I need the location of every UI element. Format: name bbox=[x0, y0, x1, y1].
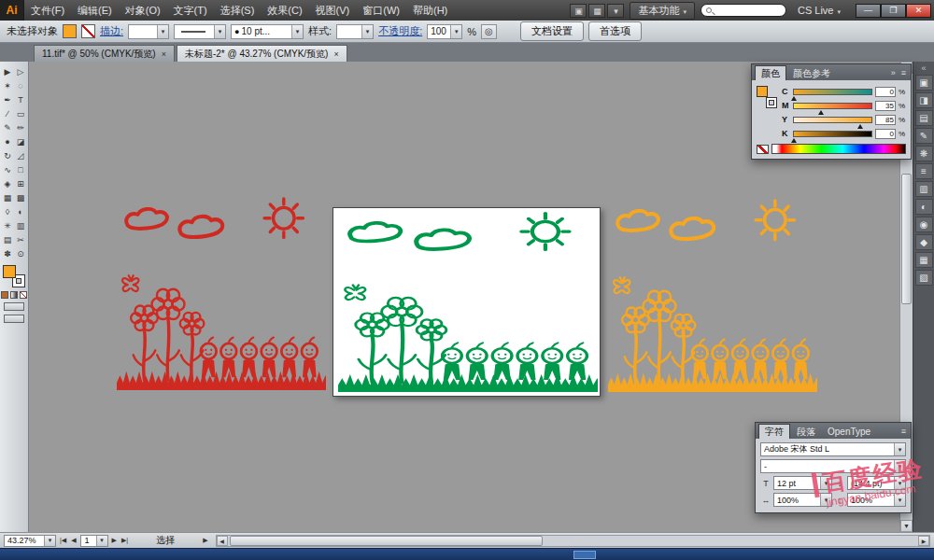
artboard-navigation-select[interactable]: 1 bbox=[80, 535, 108, 547]
rotate-tool[interactable]: ↻ bbox=[1, 148, 14, 162]
maximize-button[interactable]: ❐ bbox=[881, 4, 906, 18]
blob-brush-tool[interactable]: ● bbox=[1, 134, 14, 148]
channel-value[interactable]: 35 bbox=[875, 101, 896, 111]
slider-thumb-icon[interactable] bbox=[818, 110, 824, 115]
cs-live-button[interactable]: CS Live bbox=[792, 4, 846, 17]
gradient-button[interactable] bbox=[10, 291, 18, 299]
taskbar-item[interactable] bbox=[573, 551, 596, 559]
appearance-panel-icon[interactable]: ◉ bbox=[915, 217, 933, 232]
brushes-panel-icon[interactable]: ✎ bbox=[915, 128, 933, 144]
pencil-tool[interactable]: ✏ bbox=[14, 120, 27, 134]
fill-swatch[interactable] bbox=[3, 265, 16, 278]
gradient-panel-icon[interactable]: ▥ bbox=[915, 181, 933, 197]
zoom-level-select[interactable]: 43.27% bbox=[4, 535, 56, 547]
lasso-tool[interactable]: ◌ bbox=[14, 78, 27, 92]
document-setup-button[interactable]: 文档设置 bbox=[520, 21, 584, 41]
none-swatch[interactable] bbox=[757, 145, 769, 154]
dropdown-arrow-icon[interactable] bbox=[894, 477, 905, 489]
menu-item[interactable]: 文件(F) bbox=[24, 0, 71, 21]
font-family-select[interactable]: Adobe 宋体 Std L bbox=[760, 442, 906, 456]
channel-value[interactable]: 85 bbox=[875, 115, 896, 125]
panel-tab[interactable]: 颜色参考 bbox=[787, 66, 836, 80]
line-segment-tool[interactable]: ∕ bbox=[1, 106, 14, 120]
channel-value[interactable]: 0 bbox=[875, 87, 896, 97]
last-artboard-icon[interactable] bbox=[120, 537, 129, 544]
dropdown-arrow-icon[interactable] bbox=[44, 536, 55, 546]
panel-fill-stroke[interactable] bbox=[757, 86, 777, 108]
font-size-select[interactable]: 12 pt bbox=[773, 476, 832, 490]
select-similar-icon[interactable] bbox=[481, 24, 497, 39]
dropdown-arrow-icon[interactable] bbox=[894, 460, 905, 472]
swatches-panel-icon[interactable]: ▤ bbox=[915, 110, 933, 126]
magic-wand-tool[interactable]: ✶ bbox=[1, 78, 14, 92]
slice-tool[interactable]: ✂ bbox=[14, 232, 27, 246]
channel-slider[interactable] bbox=[793, 131, 872, 137]
panel-menu-icon[interactable]: ≡ bbox=[899, 427, 908, 436]
vertical-scroll-thumb[interactable] bbox=[901, 174, 912, 304]
blend-tool[interactable]: ◐ bbox=[14, 204, 27, 218]
dropdown-arrow-icon[interactable] bbox=[450, 25, 461, 38]
dropdown-arrow-icon[interactable] bbox=[820, 477, 831, 489]
font-style-select[interactable]: - bbox=[760, 459, 906, 473]
dropdown-arrow-icon[interactable] bbox=[291, 25, 303, 38]
bridge-icon[interactable]: ▣ bbox=[570, 4, 587, 18]
color-button[interactable] bbox=[1, 291, 8, 299]
panel-tab[interactable]: 颜色 bbox=[755, 65, 786, 80]
fill-color-swatch[interactable] bbox=[63, 24, 77, 38]
width-profile-select[interactable] bbox=[174, 24, 226, 39]
slider-thumb-icon[interactable] bbox=[791, 138, 797, 143]
scroll-right-icon[interactable] bbox=[918, 536, 929, 546]
menu-item[interactable]: 选择(S) bbox=[214, 0, 262, 21]
vertical-scale-select[interactable]: 100% bbox=[847, 493, 906, 507]
free-transform-tool[interactable]: □ bbox=[14, 162, 27, 176]
zoom-tool[interactable]: ⊙ bbox=[14, 246, 27, 260]
arrange-documents-arrow-icon[interactable]: ▾ bbox=[607, 4, 624, 18]
panel-tab[interactable]: 段落 bbox=[791, 425, 821, 439]
scroll-down-icon[interactable] bbox=[900, 520, 913, 532]
transparency-panel-icon[interactable]: ◐ bbox=[915, 199, 933, 215]
fill-stroke-control[interactable] bbox=[3, 265, 25, 287]
shape-builder-tool[interactable]: ◈ bbox=[1, 176, 14, 190]
channel-slider[interactable] bbox=[793, 103, 872, 109]
dropdown-arrow-icon[interactable] bbox=[214, 25, 225, 38]
color-guide-panel-icon[interactable]: ◨ bbox=[915, 92, 933, 108]
dropdown-arrow-icon[interactable] bbox=[894, 443, 905, 455]
panel-collapse-icon[interactable]: » bbox=[889, 68, 898, 77]
hand-tool[interactable]: ✽ bbox=[1, 246, 14, 260]
close-button[interactable]: ✕ bbox=[906, 4, 931, 18]
close-tab-icon[interactable]: × bbox=[333, 49, 338, 59]
menu-item[interactable]: 效果(C) bbox=[261, 0, 308, 21]
stroke-panel-icon[interactable]: ≡ bbox=[915, 163, 933, 179]
menu-item[interactable]: 窗口(W) bbox=[356, 0, 406, 21]
column-graph-tool[interactable]: ▥ bbox=[14, 218, 27, 232]
layers-panel-icon[interactable]: ▦ bbox=[915, 252, 933, 268]
panel-tab[interactable]: 字符 bbox=[758, 424, 790, 439]
drawing-mode-button[interactable] bbox=[4, 302, 24, 311]
brush-definition-select[interactable]: ● 10 pt... bbox=[231, 24, 304, 39]
eraser-tool[interactable]: ◪ bbox=[14, 134, 27, 148]
horizontal-scale-select[interactable]: 100% bbox=[773, 493, 832, 507]
eyedropper-tool[interactable]: ◊ bbox=[1, 204, 14, 218]
artboards-panel-icon[interactable]: ▧ bbox=[915, 270, 933, 286]
rectangle-tool[interactable]: ▭ bbox=[14, 106, 27, 120]
stroke-link[interactable]: 描边: bbox=[100, 24, 123, 38]
style-select[interactable] bbox=[336, 24, 374, 39]
leading-select[interactable]: (14.4 pt) bbox=[847, 476, 906, 490]
selection-tool[interactable]: ▶ bbox=[1, 64, 14, 78]
status-expand-icon[interactable] bbox=[202, 537, 208, 544]
panel-tab[interactable]: OpenType bbox=[822, 425, 876, 439]
expand-panels-icon[interactable]: « bbox=[921, 63, 926, 73]
panel-menu-icon[interactable]: ≡ bbox=[899, 68, 908, 77]
symbol-sprayer-tool[interactable]: ✳ bbox=[1, 218, 14, 232]
width-tool[interactable]: ∿ bbox=[1, 162, 14, 176]
workspace-switcher[interactable]: 基本功能 bbox=[630, 2, 695, 20]
dropdown-arrow-icon[interactable] bbox=[157, 25, 168, 38]
stroke-weight-select[interactable] bbox=[128, 24, 169, 39]
menu-item[interactable]: 对象(O) bbox=[119, 0, 167, 21]
menu-item[interactable]: 编辑(E) bbox=[71, 0, 119, 21]
preferences-button[interactable]: 首选项 bbox=[588, 21, 642, 41]
screen-mode-button[interactable] bbox=[4, 315, 24, 323]
horizontal-scroll-thumb[interactable] bbox=[230, 536, 544, 546]
symbols-panel-icon[interactable]: ❋ bbox=[915, 146, 933, 161]
next-artboard-icon[interactable] bbox=[111, 537, 118, 544]
